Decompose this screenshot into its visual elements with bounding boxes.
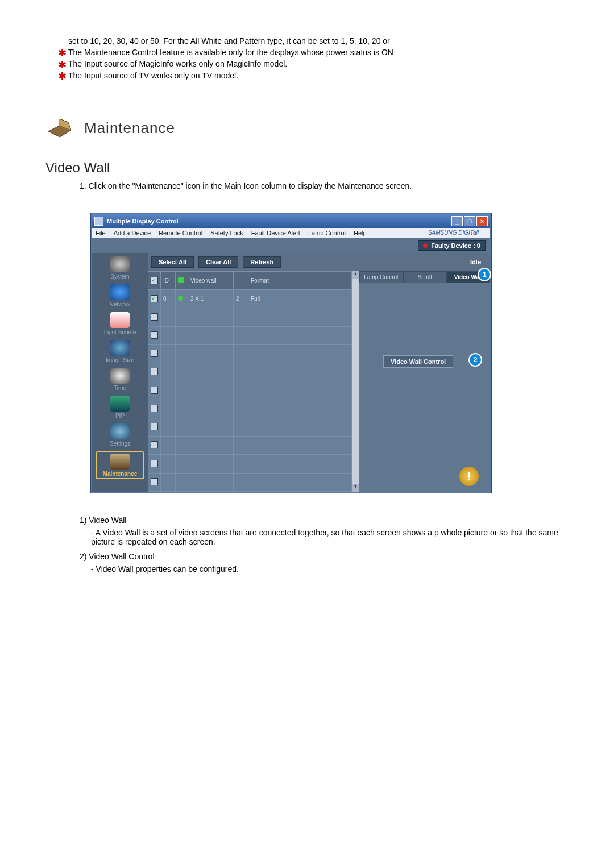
col-check[interactable]	[148, 271, 161, 289]
menubar: File Add a Device Remote Control Safety …	[92, 228, 490, 238]
table-row[interactable]	[148, 381, 351, 400]
table-row[interactable]	[148, 418, 351, 436]
main-panel: Select All Clear All Refresh Idle	[148, 253, 490, 492]
table-row[interactable]	[148, 473, 351, 491]
sidebar-label-image: Image Size	[106, 357, 134, 363]
note-1-text: The Maintenance Control feature is avail…	[68, 48, 393, 57]
right-tab-row: Lamp Control Scroll Video Wall	[359, 271, 490, 283]
faulty-badge: Faulty Device : 0	[418, 240, 486, 251]
video-wall-control-button[interactable]: Video Wall Control	[383, 355, 453, 368]
clear-all-button[interactable]: Clear All	[198, 256, 238, 268]
device-table: ID Video wall Format 0 2 X 1	[148, 271, 351, 492]
note-2-text: The Input source of MagicInfo works only…	[68, 59, 287, 68]
cell-format: Full	[248, 290, 351, 308]
footnote-1-label: 1) Video Wall	[80, 516, 569, 525]
maximize-button[interactable]: □	[464, 216, 475, 226]
pip-icon	[110, 396, 130, 412]
sidebar-label-time: Time	[114, 385, 126, 391]
sidebar-item-time[interactable]: Time	[96, 368, 144, 391]
close-button[interactable]: ×	[476, 216, 488, 226]
section-header: Maintenance	[45, 114, 569, 143]
select-all-button[interactable]: Select All	[151, 256, 194, 268]
note-2: ✱The Input source of MagicInfo works onl…	[58, 59, 569, 68]
star-icon: ✱	[58, 61, 68, 69]
callout-2: 2	[468, 353, 482, 367]
table-row[interactable]	[148, 344, 351, 363]
table-row[interactable]	[148, 326, 351, 344]
red-dot-icon	[423, 243, 428, 248]
col-format[interactable]: Format	[248, 271, 351, 289]
menu-safety[interactable]: Safety Lock	[210, 230, 243, 236]
table-row[interactable]: 0 2 X 1 2 Full	[148, 290, 351, 308]
right-panel: Lamp Control Scroll Video Wall 1 Video W…	[359, 271, 490, 492]
table-row[interactable]	[148, 400, 351, 418]
refresh-button[interactable]: Refresh	[243, 256, 281, 268]
table-row[interactable]	[148, 437, 351, 455]
sidebar-label-pip: PIP	[115, 413, 125, 419]
settings-icon	[110, 423, 130, 439]
col-status[interactable]	[176, 271, 188, 289]
star-icon: ✱	[58, 72, 68, 80]
menu-add[interactable]: Add a Device	[114, 230, 151, 236]
row-checkbox[interactable]	[151, 368, 158, 375]
footnote-1-text: - A Video Wall is a set of video screens…	[91, 528, 569, 546]
row-checkbox[interactable]	[151, 441, 158, 448]
table-row[interactable]	[148, 455, 351, 473]
minimize-button[interactable]: _	[451, 216, 463, 226]
faulty-text: Faulty Device : 0	[431, 242, 480, 249]
row-checkbox[interactable]	[151, 405, 158, 412]
window-title: Multiple Display Control	[107, 218, 179, 225]
table-row[interactable]	[148, 363, 351, 381]
sidebar-item-input[interactable]: Input Source	[96, 312, 144, 335]
idle-label: Idle	[470, 259, 481, 265]
table-header-row: ID Video wall Format	[148, 271, 351, 289]
subsection-title: Video Wall	[45, 160, 569, 176]
scroll-up-icon[interactable]: ▲	[352, 271, 360, 279]
col-id[interactable]: ID	[161, 271, 176, 289]
row-checkbox[interactable]	[151, 478, 158, 485]
tab-lamp-control[interactable]: Lamp Control	[359, 271, 403, 283]
sidebar-item-pip[interactable]: PIP	[96, 396, 144, 419]
app-window: Multiple Display Control _ □ × File Add …	[91, 213, 491, 493]
footnote-2-text: - Video Wall properties can be configure…	[91, 564, 569, 574]
system-icon	[110, 256, 130, 272]
sidebar-item-system[interactable]: System	[96, 256, 144, 280]
sidebar-item-maintenance[interactable]: Maintenance	[96, 451, 144, 479]
status-dot-icon	[178, 296, 183, 301]
footnotes: 1) Video Wall - A Video Wall is a set of…	[80, 516, 569, 574]
row-checkbox[interactable]	[151, 387, 158, 394]
star-icon: ✱	[58, 49, 68, 57]
sidebar: System Network Input Source Image Size T…	[92, 253, 148, 492]
row-checkbox[interactable]	[151, 460, 158, 467]
row-checkbox[interactable]	[151, 313, 158, 321]
cell-id: 0	[161, 290, 176, 308]
row-checkbox[interactable]	[151, 350, 158, 357]
tab-scroll[interactable]: Scroll	[403, 271, 447, 283]
menu-help[interactable]: Help	[354, 230, 367, 236]
brand-logo: SAMSUNG DIGITall	[428, 230, 479, 236]
menu-fault[interactable]: Fault Device Alert	[251, 230, 300, 236]
sidebar-item-network[interactable]: Network	[96, 284, 144, 308]
scroll-down-icon[interactable]: ▼	[352, 484, 360, 492]
note-3: ✱The Input source of TV works only on TV…	[58, 71, 569, 80]
titlebar: Multiple Display Control _ □ ×	[92, 214, 490, 228]
col-videowall[interactable]: Video wall	[188, 271, 234, 289]
grid-scrollbar[interactable]: ▲ ▼	[351, 271, 359, 492]
row-checkbox[interactable]	[151, 295, 158, 302]
row-checkbox[interactable]	[151, 423, 158, 430]
header-checkbox[interactable]	[151, 277, 158, 284]
sidebar-label-settings: Settings	[110, 441, 130, 447]
table-row[interactable]	[148, 308, 351, 326]
section-title: Maintenance	[84, 119, 175, 137]
menu-lamp[interactable]: Lamp Control	[308, 230, 346, 236]
window-buttons: _ □ ×	[451, 216, 488, 226]
row-checkbox[interactable]	[151, 331, 158, 339]
sidebar-item-settings[interactable]: Settings	[96, 423, 144, 447]
cell-unit: 2	[234, 290, 248, 308]
maintenance-section-icon	[45, 114, 74, 143]
menu-file[interactable]: File	[96, 230, 106, 236]
note-1: ✱The Maintenance Control feature is avai…	[58, 48, 569, 57]
menu-remote[interactable]: Remote Control	[159, 230, 202, 236]
sidebar-item-image[interactable]: Image Size	[96, 340, 144, 363]
col-unit[interactable]	[234, 271, 248, 289]
